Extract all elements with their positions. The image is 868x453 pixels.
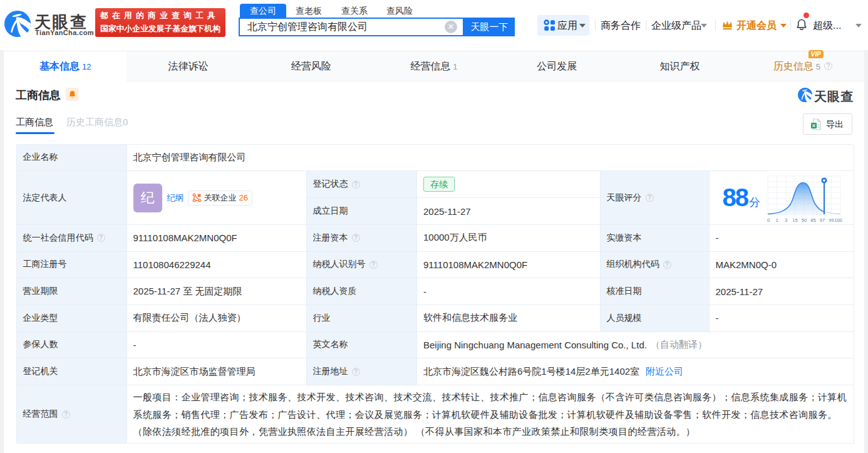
svg-text:100: 100 xyxy=(834,217,842,223)
svg-text:99: 99 xyxy=(829,217,834,223)
svg-text:15: 15 xyxy=(792,217,797,223)
svg-text:0: 0 xyxy=(767,217,770,223)
svg-text:50: 50 xyxy=(802,217,807,223)
svg-text:85: 85 xyxy=(810,217,815,223)
svg-text:97: 97 xyxy=(820,217,825,223)
svg-text:1: 1 xyxy=(775,217,778,223)
svg-text:3: 3 xyxy=(785,217,787,223)
